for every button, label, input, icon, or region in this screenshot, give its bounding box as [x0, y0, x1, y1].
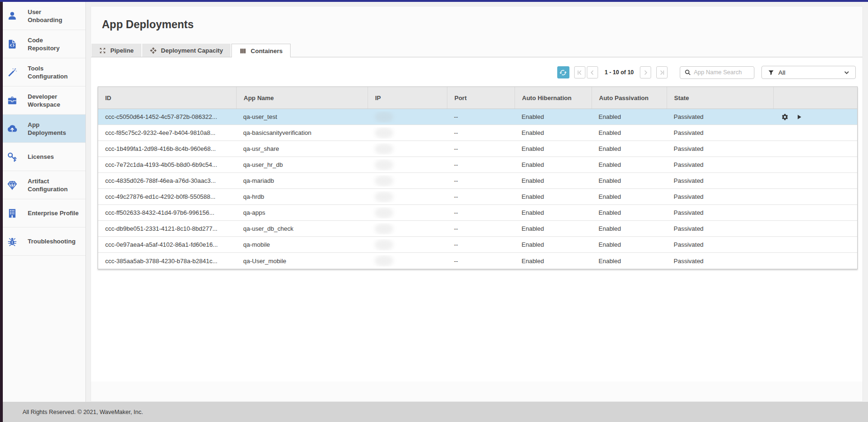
- table-header: IDApp NameIPPortAuto HibernationAuto Pas…: [98, 87, 857, 109]
- chevron-down-icon: [844, 70, 850, 76]
- columns-icon: [239, 47, 246, 55]
- redacted-ip-blur: [375, 143, 393, 155]
- cell-ip: [368, 207, 447, 219]
- cell-port: --: [447, 177, 515, 184]
- cell-ip: [368, 255, 447, 266]
- redacted-ip-blur: [375, 127, 393, 139]
- cell-port: --: [447, 225, 515, 232]
- top-accent-bar: [0, 0, 868, 2]
- search-icon: [684, 69, 691, 76]
- last-page-button[interactable]: [656, 66, 668, 78]
- cell-state: Passivated: [667, 113, 773, 120]
- footer: All Rights Reserved. © 2021, WaveMaker, …: [3, 402, 868, 422]
- cell-auto-passivation: Enabled: [591, 209, 667, 216]
- chevron-right-icon: [643, 70, 649, 76]
- cell-auto-hibernation: Enabled: [515, 113, 591, 120]
- pipeline-icon: [99, 47, 106, 54]
- cell-ip: [368, 223, 447, 234]
- cell-port: --: [447, 258, 515, 265]
- cell-port: --: [447, 145, 515, 152]
- refresh-button[interactable]: [557, 66, 569, 78]
- next-page-button[interactable]: [640, 66, 651, 78]
- redacted-ip-blur: [375, 239, 393, 250]
- cell-state: Passivated: [667, 177, 773, 184]
- cell-id: ccc-7e72c1da-4193-4b05-b8d0-6b9c54...: [98, 161, 236, 168]
- cell-actions: [773, 113, 857, 121]
- column-header-ip: IP: [368, 87, 447, 109]
- redacted-ip-blur: [375, 159, 393, 171]
- sidebar-item-developer-workspace[interactable]: Developer Workspace: [3, 86, 85, 115]
- table-row[interactable]: ccc-c5050d64-1452-4c57-872b-086322...qa-…: [98, 109, 857, 125]
- table-row[interactable]: ccc-385aa5ab-3788-4230-b78a-b2841c...qa-…: [98, 253, 857, 269]
- column-header-port: Port: [447, 87, 515, 109]
- sidebar-item-label: App Deployments: [28, 121, 66, 137]
- cell-port: --: [447, 241, 515, 248]
- cell-auto-hibernation: Enabled: [515, 241, 591, 248]
- tab-label: Pipeline: [110, 47, 134, 54]
- table-row[interactable]: ccc-1b499fa1-2d98-416b-8c4b-960e68...qa-…: [98, 141, 857, 157]
- cell-state: Passivated: [667, 161, 773, 168]
- tab-pipeline[interactable]: Pipeline: [92, 44, 141, 57]
- cell-auto-hibernation: Enabled: [515, 129, 591, 136]
- cell-auto-passivation: Enabled: [591, 113, 667, 120]
- building-icon: [7, 208, 17, 219]
- table-row[interactable]: ccc-7e72c1da-4193-4b05-b8d0-6b9c54...qa-…: [98, 157, 857, 173]
- toolbar: 1 - 10 of 10 All: [557, 66, 856, 79]
- play-icon[interactable]: [795, 113, 803, 121]
- cell-id: ccc-ff502633-8432-41d4-97b6-996156...: [98, 209, 236, 216]
- sidebar-item-licenses[interactable]: Licenses: [3, 143, 85, 171]
- cell-ip: [368, 127, 447, 139]
- previous-page-button[interactable]: [587, 66, 598, 78]
- sidebar-item-label: Troubleshooting: [28, 237, 76, 245]
- cell-ip: [368, 159, 447, 171]
- cell-auto-hibernation: Enabled: [515, 145, 591, 152]
- sidebar-item-artifact-configuration[interactable]: Artifact Configuration: [3, 171, 85, 199]
- last-page-icon: [659, 70, 665, 76]
- refresh-icon: [559, 69, 567, 77]
- first-page-button[interactable]: [574, 66, 585, 78]
- table-row[interactable]: ccc-db9be051-2331-4121-8c10-8bd277...qa-…: [98, 221, 857, 237]
- sidebar-item-tools-configuration[interactable]: Tools Configuration: [3, 58, 85, 86]
- sidebar-item-app-deployments[interactable]: App Deployments: [3, 115, 85, 143]
- cell-auto-passivation: Enabled: [591, 145, 667, 152]
- cell-auto-passivation: Enabled: [591, 193, 667, 200]
- cell-app-name: qa-user_test: [236, 113, 368, 120]
- key-icon: [7, 152, 17, 162]
- app-name-search-input[interactable]: [694, 69, 754, 76]
- table-row[interactable]: ccc-f85c75c2-9232-4ee7-b404-9810a8...qa-…: [98, 125, 857, 141]
- move-arrows-icon: [150, 47, 157, 54]
- cell-id: ccc-49c27876-ed1c-4292-b0f8-550588...: [98, 193, 236, 200]
- cell-id: ccc-385aa5ab-3788-4230-b78a-b2841c...: [98, 258, 236, 265]
- cell-port: --: [447, 209, 515, 216]
- redacted-ip-blur: [375, 191, 393, 203]
- tab-containers[interactable]: Containers: [231, 44, 291, 57]
- table-row[interactable]: ccc-0e97aea4-a5af-4102-86a1-fd60e16...qa…: [98, 237, 857, 253]
- filter-dropdown[interactable]: All: [761, 66, 856, 79]
- cell-auto-passivation: Enabled: [591, 161, 667, 168]
- cell-auto-passivation: Enabled: [591, 177, 667, 184]
- table-row[interactable]: ccc-49c27876-ed1c-4292-b0f8-550588...qa-…: [98, 189, 857, 205]
- cell-app-name: qa-hrdb: [236, 193, 368, 200]
- redacted-ip-blur: [375, 175, 393, 187]
- sidebar-item-code-repository[interactable]: Code Repository: [3, 30, 85, 58]
- cell-auto-hibernation: Enabled: [515, 258, 591, 265]
- tab-deployment-capacity[interactable]: Deployment Capacity: [142, 44, 230, 57]
- cell-port: --: [447, 193, 515, 200]
- table-row[interactable]: ccc-4835d026-788f-46ea-a76d-30aac3...qa-…: [98, 173, 857, 189]
- sidebar-item-enterprise-profile[interactable]: Enterprise Profile: [3, 199, 85, 227]
- content-panel: App Deployments PipelineDeployment Capac…: [91, 6, 863, 402]
- code-file-icon: [7, 39, 17, 49]
- table-row[interactable]: ccc-ff502633-8432-41d4-97b6-996156...qa-…: [98, 205, 857, 221]
- column-header-state: State: [667, 87, 773, 109]
- cell-app-name: qa-mobile: [236, 241, 368, 248]
- sidebar-item-troubleshooting[interactable]: Troubleshooting: [3, 227, 85, 256]
- sidebar-item-user-onboarding[interactable]: User Onboarding: [3, 2, 85, 30]
- cell-auto-passivation: Enabled: [591, 225, 667, 232]
- cell-state: Passivated: [667, 145, 773, 152]
- pagination-label: 1 - 10 of 10: [605, 69, 634, 76]
- gear-icon[interactable]: [781, 113, 789, 121]
- cell-id: ccc-f85c75c2-9232-4ee7-b404-9810a8...: [98, 129, 236, 136]
- cell-state: Passivated: [667, 225, 773, 232]
- redacted-ip-blur: [375, 255, 393, 266]
- footer-text: All Rights Reserved. © 2021, WaveMaker, …: [23, 409, 143, 415]
